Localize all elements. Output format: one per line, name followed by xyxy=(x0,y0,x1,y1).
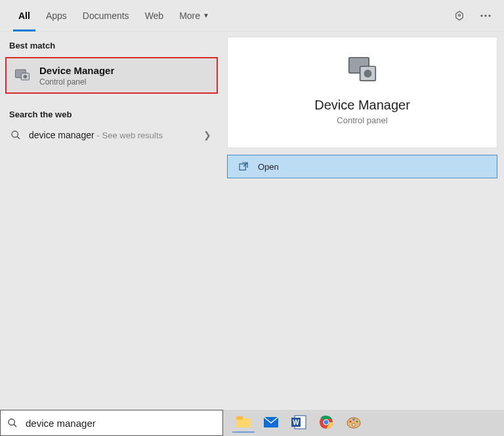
taskbar-paint-icon[interactable] xyxy=(343,413,365,433)
device-manager-large-icon xyxy=(345,53,380,89)
result-subtitle: Control panel xyxy=(39,77,114,87)
best-match-header: Best match xyxy=(0,31,223,54)
tab-label: Apps xyxy=(46,10,67,21)
detail-panel: Device Manager Control panel Open xyxy=(223,31,504,410)
svg-point-11 xyxy=(364,69,372,77)
taskbar-icons: W xyxy=(227,413,365,433)
taskbar-file-explorer-icon[interactable] xyxy=(232,413,255,433)
svg-point-13 xyxy=(9,419,14,425)
svg-point-28 xyxy=(352,424,356,426)
search-icon xyxy=(7,418,19,428)
search-tabs: All Apps Documents Web More ▼ xyxy=(0,0,504,31)
tab-more[interactable]: More ▼ xyxy=(171,0,217,31)
detail-title: Device Manager xyxy=(314,98,410,113)
tab-documents[interactable]: Documents xyxy=(75,0,137,31)
best-match-result[interactable]: Device Manager Control panel xyxy=(5,57,218,94)
feedback-icon[interactable] xyxy=(452,8,467,24)
svg-rect-16 xyxy=(236,416,243,420)
taskbar-chrome-icon[interactable] xyxy=(315,413,337,433)
result-title: Device Manager xyxy=(39,65,114,76)
open-icon xyxy=(238,161,250,172)
detail-card: Device Manager Control panel xyxy=(227,37,497,148)
open-action[interactable]: Open xyxy=(227,155,497,178)
taskbar: W xyxy=(0,410,504,436)
search-input[interactable] xyxy=(26,418,216,429)
taskbar-mail-icon[interactable] xyxy=(260,413,282,433)
svg-point-6 xyxy=(24,75,27,78)
search-box[interactable] xyxy=(0,410,223,436)
svg-point-26 xyxy=(352,418,354,420)
web-search-result[interactable]: device manager - See web results ❯ xyxy=(0,123,223,147)
svg-point-27 xyxy=(356,420,358,422)
chevron-right-icon: ❯ xyxy=(203,130,211,140)
tab-label: Documents xyxy=(83,10,129,21)
open-label: Open xyxy=(258,162,279,172)
svg-line-8 xyxy=(17,136,20,139)
tab-label: Web xyxy=(145,10,164,21)
svg-point-1 xyxy=(480,14,482,16)
tab-label: All xyxy=(18,10,30,21)
tab-apps[interactable]: Apps xyxy=(38,0,75,31)
detail-subtitle: Control panel xyxy=(337,115,387,125)
device-manager-icon xyxy=(13,66,32,85)
svg-point-0 xyxy=(459,14,461,16)
taskbar-word-icon[interactable]: W xyxy=(287,413,310,433)
svg-point-3 xyxy=(488,14,490,16)
svg-line-14 xyxy=(14,424,16,427)
more-options-icon[interactable] xyxy=(478,8,494,24)
svg-text:W: W xyxy=(293,419,299,426)
svg-point-23 xyxy=(324,420,329,425)
svg-rect-15 xyxy=(236,418,251,427)
web-query-hint: - See web results xyxy=(97,130,163,140)
chevron-down-icon: ▼ xyxy=(203,12,209,19)
results-panel: Best match Device Manager Control panel … xyxy=(0,31,223,410)
search-icon xyxy=(10,130,22,140)
tab-web[interactable]: Web xyxy=(137,0,172,31)
svg-point-25 xyxy=(349,420,351,422)
search-web-header: Search the web xyxy=(0,100,223,123)
tab-all[interactable]: All xyxy=(10,0,38,31)
tab-label: More xyxy=(179,10,200,21)
svg-point-2 xyxy=(484,14,486,16)
web-query-text: device manager xyxy=(29,130,94,140)
svg-point-7 xyxy=(12,131,18,137)
